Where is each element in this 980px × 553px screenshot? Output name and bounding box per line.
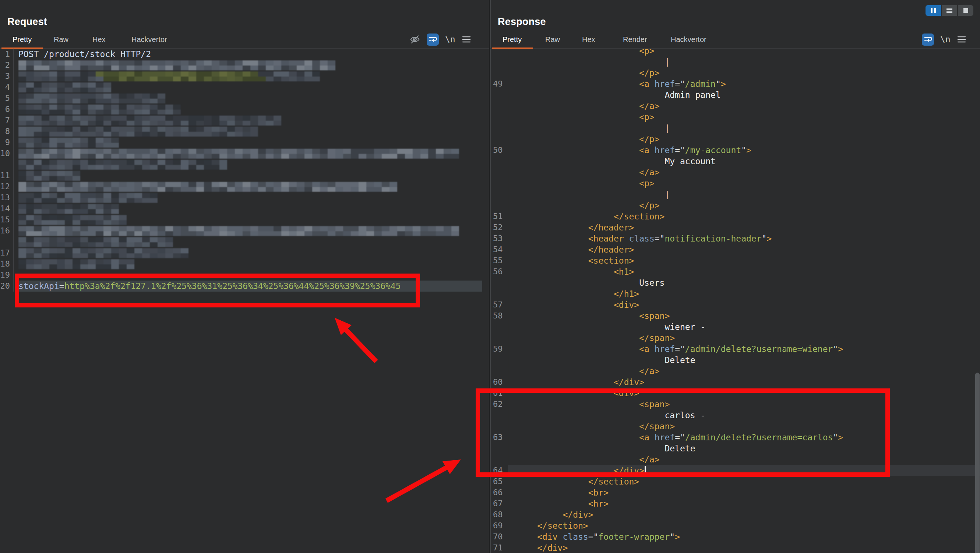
line-number	[0, 236, 14, 247]
redacted-row: 2	[0, 60, 489, 71]
line-number	[490, 156, 508, 167]
code-row: 69</section>	[490, 520, 980, 531]
line-number	[490, 189, 508, 200]
code-row: 63<a href="/admin/delete?username=carlos…	[490, 432, 980, 443]
redacted-row: 18	[0, 258, 489, 269]
line-number	[490, 67, 508, 78]
request-editor[interactable]: 1POST /product/stock HTTP/22345678910111…	[0, 48, 489, 553]
text-cursor	[644, 466, 646, 475]
code-row: </p>	[490, 200, 980, 211]
code-row: Admin panel	[490, 89, 980, 100]
line-number: 53	[490, 233, 508, 244]
code-row: </a>	[490, 454, 980, 465]
line-number: 3	[0, 71, 14, 82]
line-number: 60	[490, 377, 508, 388]
line-number	[490, 167, 508, 178]
tab-pretty[interactable]: Pretty	[503, 35, 522, 44]
word-wrap-button[interactable]	[922, 33, 934, 46]
line-number: 49	[490, 78, 508, 89]
code-row: |	[490, 189, 980, 200]
tab-hackvertor[interactable]: Hackvertor	[131, 35, 167, 44]
tab-hex[interactable]: Hex	[92, 35, 106, 44]
word-wrap-button[interactable]	[427, 33, 439, 46]
line-number: 1	[0, 49, 14, 60]
code-row: </a>	[490, 167, 980, 178]
code-row: 67<hr>	[490, 498, 980, 509]
line-number: 69	[490, 520, 508, 531]
line-number	[490, 123, 508, 134]
line-number: 62	[490, 399, 508, 410]
response-toolbar: \n	[922, 32, 966, 47]
code-row: </p>	[490, 67, 980, 78]
redacted-row: 5	[0, 93, 489, 104]
code-row: 58<span>	[490, 310, 980, 322]
show-newlines-button[interactable]: \n	[445, 35, 455, 44]
tab-hex[interactable]: Hex	[582, 35, 595, 44]
redacted-row: 7	[0, 115, 489, 126]
newline-icon: \n	[940, 35, 951, 44]
line-number	[490, 333, 508, 344]
line-number	[490, 288, 508, 299]
line-number: 56	[490, 266, 508, 277]
response-editor[interactable]: <p>|</p>49<a href="/admin">Admin panel</…	[490, 48, 980, 553]
redacted-row	[0, 159, 489, 170]
code-row: 64</div>	[490, 465, 980, 476]
tab-raw[interactable]: Raw	[54, 35, 68, 44]
code-row: <p>	[490, 48, 980, 56]
line-number	[490, 421, 508, 432]
redacted-row: 11	[0, 170, 489, 181]
menu-button[interactable]	[957, 35, 966, 44]
line-number: 11	[0, 170, 14, 181]
code-row: 50<a href="/my-account">	[490, 145, 980, 156]
response-panel-title: Response	[498, 16, 546, 28]
code-row: 65</section>	[490, 476, 980, 487]
request-panel-title: Request	[7, 16, 47, 28]
line-number: 5	[0, 93, 14, 104]
code-row: <p>	[490, 112, 980, 123]
code-row: Users	[490, 277, 980, 288]
line-number: 52	[490, 222, 508, 233]
line-number: 17	[0, 247, 14, 258]
code-row: 52</header>	[490, 222, 980, 233]
code-row: Delete	[490, 355, 980, 366]
redacted-row: 15	[0, 214, 489, 225]
line-number: 63	[490, 432, 508, 443]
code-row: 70<div class="footer-wrapper">	[490, 531, 980, 542]
code-row: 59<a href="/admin/delete?username=wiener…	[490, 344, 980, 355]
line-number: 15	[0, 214, 14, 225]
line-number: 51	[490, 211, 508, 222]
code-row: 66<br>	[490, 487, 980, 498]
code-row: </span>	[490, 333, 980, 344]
line-number: 4	[0, 82, 14, 93]
tab-raw[interactable]: Raw	[545, 35, 560, 44]
menu-button[interactable]	[461, 35, 471, 44]
redacted-row: 17	[0, 247, 489, 258]
request-panel: Request PrettyRawHexHackvertor \	[0, 0, 489, 553]
redacted-row: 4	[0, 82, 489, 93]
hide-nonprintable-icon[interactable]	[409, 34, 420, 45]
code-row: 56<h1>	[490, 266, 980, 277]
show-newlines-button[interactable]: \n	[940, 35, 951, 44]
line-number: 57	[490, 299, 508, 310]
tab-pretty[interactable]: Pretty	[13, 35, 32, 44]
hamburger-menu-icon	[461, 35, 471, 44]
code-row: 61<div>	[490, 388, 980, 399]
word-wrap-icon	[924, 35, 932, 44]
line-number	[490, 366, 508, 377]
code-row: 60</div>	[490, 377, 980, 388]
line-number: 9	[0, 137, 14, 148]
tab-render[interactable]: Render	[623, 35, 647, 44]
line-number: 65	[490, 476, 508, 487]
hamburger-menu-icon	[957, 35, 966, 44]
tab-hackvertor[interactable]: Hackvertor	[671, 35, 706, 44]
code-row: 20stockApi=http%3a%2f%2f127.1%2f%25%36%3…	[0, 280, 489, 292]
code-row: 62<span>	[490, 399, 980, 410]
line-number	[490, 277, 508, 288]
line-number: 67	[490, 498, 508, 509]
code-row: </h1>	[490, 288, 980, 299]
scrollbar-thumb[interactable]	[975, 373, 980, 553]
line-number: 6	[0, 104, 14, 115]
code-row: 71</div>	[490, 542, 980, 553]
line-number: 2	[0, 60, 14, 71]
redacted-row: 6	[0, 104, 489, 115]
